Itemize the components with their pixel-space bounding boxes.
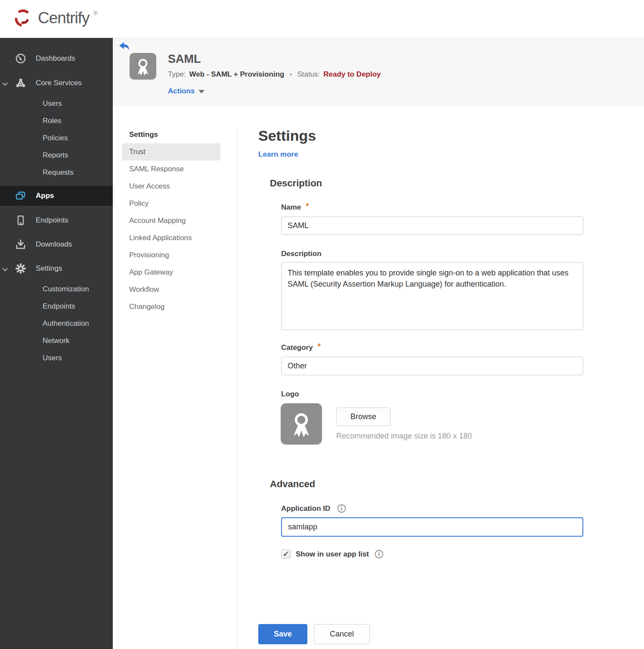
- name-input[interactable]: [281, 216, 583, 235]
- cancel-button[interactable]: Cancel: [314, 624, 370, 644]
- subnav-item-workflow[interactable]: Workflow: [122, 281, 220, 298]
- logo-label: Logo: [281, 390, 299, 399]
- dashboard-gauge-icon: [15, 53, 26, 64]
- description-label: Description: [281, 250, 322, 258]
- app-logo-badge: [130, 53, 156, 80]
- application-id-label: Application ID: [281, 504, 330, 513]
- chevron-down-icon[interactable]: [2, 80, 8, 89]
- subnav-item-changelog[interactable]: Changelog: [122, 298, 220, 315]
- application-id-label-row: Application ID: [281, 504, 585, 513]
- app-meta: Type: Web - SAML + Provisioning • Status…: [168, 70, 381, 79]
- form-footer: Save Cancel: [258, 624, 585, 644]
- name-label-row: Name *: [281, 203, 585, 212]
- category-label: Category: [281, 343, 313, 352]
- required-asterisk: *: [306, 201, 309, 211]
- subnav-item-app-gateway[interactable]: App Gateway: [122, 264, 220, 281]
- sidebar-item-label: Dashboards: [36, 54, 75, 63]
- info-icon[interactable]: [375, 550, 384, 559]
- name-label: Name: [281, 203, 301, 212]
- sidebar-subitem-users[interactable]: Users: [0, 95, 113, 112]
- sidebar-item-apps[interactable]: Apps: [0, 186, 113, 206]
- logo-row: Browse Recommended image size is 180 x 1…: [281, 403, 585, 445]
- show-in-user-app-list-label: Show in user app list: [296, 550, 369, 559]
- info-icon[interactable]: [337, 504, 346, 513]
- core-services-icon: [15, 77, 26, 89]
- image-size-hint: Recommended image size is 180 x 180: [336, 432, 472, 441]
- sidebar: Dashboards Core Services Users Roles Pol…: [0, 38, 113, 649]
- back-arrow-icon[interactable]: [119, 42, 130, 53]
- sidebar-item-label: Core Services: [36, 79, 82, 87]
- application-id-input[interactable]: [281, 517, 583, 537]
- separator-dot: •: [289, 70, 292, 79]
- subnav-item-trust[interactable]: Trust: [122, 143, 220, 161]
- ribbon-award-icon: [133, 56, 153, 76]
- show-in-user-app-list-row: Show in user app list: [281, 550, 585, 559]
- app-title: SAML: [168, 53, 201, 66]
- app-header: SAML Type: Web - SAML + Provisioning • S…: [113, 38, 644, 106]
- category-label-row: Category *: [281, 343, 585, 352]
- sidebar-item-settings[interactable]: Settings: [0, 257, 113, 281]
- caret-down-icon: [198, 90, 204, 93]
- learn-more-link[interactable]: Learn more: [258, 150, 298, 159]
- apps-icon: [15, 190, 26, 201]
- sidebar-subitem-requests[interactable]: Requests: [0, 164, 113, 181]
- endpoint-device-icon: [15, 215, 26, 226]
- type-value: Web - SAML + Provisioning: [189, 70, 285, 79]
- sidebar-item-endpoints[interactable]: Endpoints: [0, 208, 113, 232]
- logo-label-row: Logo: [281, 390, 585, 399]
- sidebar-item-label: Downloads: [36, 240, 72, 249]
- page-title: Settings: [258, 127, 585, 144]
- status-value: Ready to Deploy: [323, 70, 381, 79]
- type-label: Type:: [168, 70, 186, 79]
- sidebar-subitem-policies[interactable]: Policies: [0, 130, 113, 147]
- show-in-user-app-list-checkbox[interactable]: [281, 550, 290, 559]
- description-textarea[interactable]: This template enables you to provide sin…: [281, 262, 583, 330]
- subnav-item-linked-applications[interactable]: Linked Applications: [122, 229, 220, 247]
- download-icon: [15, 239, 26, 250]
- subnav-item-provisioning[interactable]: Provisioning: [122, 247, 220, 264]
- sidebar-item-label: Apps: [36, 192, 54, 200]
- sidebar-subitem-reports[interactable]: Reports: [0, 147, 113, 164]
- subnav-item-account-mapping[interactable]: Account Mapping: [122, 212, 220, 229]
- description-label-row: Description: [281, 250, 585, 258]
- subnav-item-policy[interactable]: Policy: [122, 195, 220, 212]
- sidebar-subitem-network[interactable]: Network: [0, 332, 113, 349]
- page-body: Settings Trust SAML Response User Access…: [113, 106, 644, 649]
- sidebar-subitem-authentication[interactable]: Authentication: [0, 315, 113, 332]
- sidebar-subitem-customization[interactable]: Customization: [0, 281, 113, 298]
- centrify-logo-icon: [13, 8, 34, 30]
- sidebar-subitem-roles[interactable]: Roles: [0, 112, 113, 130]
- actions-label: Actions: [168, 87, 195, 96]
- sidebar-item-dashboards[interactable]: Dashboards: [0, 46, 113, 71]
- subnav-section-title: Settings: [122, 127, 220, 143]
- chevron-down-icon[interactable]: [2, 266, 8, 275]
- settings-subnav: Settings Trust SAML Response User Access…: [122, 127, 220, 315]
- browse-button[interactable]: Browse: [336, 408, 390, 426]
- sidebar-item-downloads[interactable]: Downloads: [0, 232, 113, 257]
- actions-dropdown[interactable]: Actions: [168, 87, 204, 96]
- description-section-title: Description: [270, 178, 585, 189]
- category-input[interactable]: [281, 357, 583, 375]
- sidebar-subitem-endpoints[interactable]: Endpoints: [0, 298, 113, 315]
- subnav-item-user-access[interactable]: User Access: [122, 178, 220, 195]
- sidebar-item-core-services[interactable]: Core Services: [0, 71, 113, 95]
- settings-content: Settings Learn more Description Name * D…: [258, 127, 585, 644]
- ribbon-award-icon: [287, 410, 316, 438]
- logo-preview: [281, 403, 322, 445]
- save-button[interactable]: Save: [258, 624, 307, 644]
- logo-controls: Browse Recommended image size is 180 x 1…: [336, 403, 472, 441]
- advanced-section-title: Advanced: [270, 479, 585, 490]
- vertical-divider: [237, 129, 237, 649]
- subnav-item-saml-response[interactable]: SAML Response: [122, 161, 220, 178]
- brand-name: Centrify: [38, 8, 89, 28]
- gear-icon: [15, 263, 26, 274]
- sidebar-subitem-users[interactable]: Users: [0, 349, 113, 367]
- top-bar: Centrify ®: [0, 0, 644, 38]
- status-label: Status:: [297, 70, 320, 79]
- brand-logo: Centrify ®: [13, 8, 97, 30]
- brand-registered-mark: ®: [93, 10, 97, 16]
- sidebar-item-label: Endpoints: [36, 216, 68, 225]
- sidebar-item-label: Settings: [36, 264, 62, 273]
- required-asterisk: *: [318, 342, 321, 351]
